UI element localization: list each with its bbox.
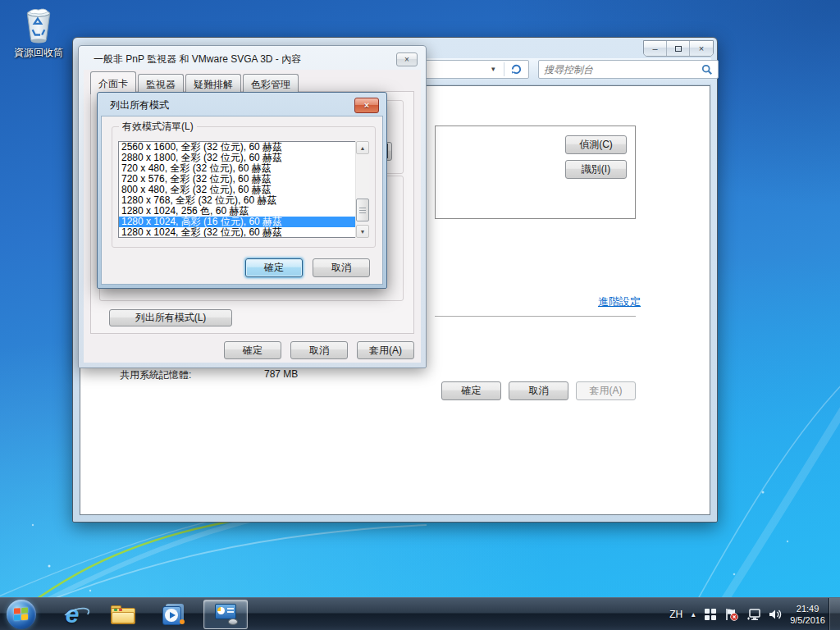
close-icon: × [364, 101, 369, 110]
dialog-cancel-button[interactable]: 取消 [290, 341, 348, 359]
minimize-icon: – [652, 44, 657, 53]
scroll-up-button[interactable]: ▲ [356, 141, 369, 154]
modal-title: 列出所有模式 [110, 98, 169, 112]
shared-memory-label: 共用系統記憶體: [120, 368, 191, 382]
tab-0[interactable]: 介面卡 [90, 71, 136, 94]
shared-memory-value: 787 MB [264, 368, 298, 380]
search-box[interactable] [538, 60, 719, 79]
taskbar-media-player-button[interactable] [159, 600, 189, 628]
dialog-ok-button[interactable]: 確定 [224, 341, 281, 359]
close-button[interactable]: × [690, 41, 713, 56]
minimize-button[interactable]: – [644, 41, 667, 56]
folder-icon [111, 605, 135, 624]
address-caret-icon[interactable]: ▾ [491, 65, 495, 73]
display-settings-icon [213, 604, 238, 625]
list-scrollbar[interactable]: ▲ ▼ [355, 141, 369, 238]
close-icon: × [404, 56, 409, 64]
network-status-icon[interactable] [746, 608, 761, 621]
action-center-icon[interactable] [724, 608, 739, 621]
show-desktop-button[interactable] [829, 598, 840, 630]
dialog-title: 一般非 PnP 監視器 和 VMware SVGA 3D - 內容 [94, 52, 301, 66]
taskbar: e ZH ▲ [0, 597, 840, 630]
search-icon[interactable] [701, 64, 713, 75]
taskbar-active-display-settings-button[interactable] [203, 600, 248, 629]
desktop: 資源回收筒 – × ▾ [0, 0, 840, 630]
tray-date: 9/5/2016 [790, 614, 825, 626]
refresh-button[interactable] [504, 61, 528, 78]
tray-windows-icon[interactable] [704, 608, 717, 621]
scroll-down-button[interactable]: ▼ [356, 225, 369, 238]
windows-logo-icon [14, 607, 29, 621]
panel-cancel-button[interactable]: 取消 [509, 381, 568, 400]
taskbar-explorer-button[interactable] [108, 600, 138, 628]
modes-list[interactable]: 2560 x 1600, 全彩 (32 位元), 60 赫茲2880 x 180… [118, 141, 369, 238]
divider [435, 316, 636, 317]
tray-time: 21:49 [790, 603, 825, 614]
modal-ok-button[interactable]: 確定 [245, 258, 303, 277]
mode-item[interactable]: 1280 x 1024, 全彩 (32 位元), 60 赫茲 [119, 227, 368, 238]
dialog-apply-button[interactable]: 套用(A) [357, 341, 414, 359]
valid-modes-label: 有效模式清單(L) [119, 120, 197, 134]
start-button[interactable] [7, 600, 36, 629]
list-all-modes-dialog: 列出所有模式 × 有效模式清單(L) 2560 x 1600, 全彩 (32 位… [97, 92, 387, 289]
language-indicator[interactable]: ZH [669, 609, 682, 620]
modal-body: 有效模式清單(L) 2560 x 1600, 全彩 (32 位元), 60 赫茲… [101, 116, 383, 285]
maximize-button[interactable] [667, 41, 690, 56]
maximize-icon [675, 46, 682, 52]
search-input[interactable] [544, 62, 692, 77]
internet-explorer-icon: e [66, 600, 80, 628]
modal-close-button[interactable]: × [354, 98, 379, 113]
list-all-modes-button[interactable]: 列出所有模式(L) [109, 309, 232, 326]
tray-expand-button[interactable]: ▲ [690, 611, 696, 619]
dialog-close-button[interactable]: × [396, 52, 418, 66]
scroll-down-icon: ▼ [360, 229, 366, 235]
address-bar[interactable]: ▾ [417, 60, 529, 79]
scrollbar-thumb[interactable] [356, 199, 369, 221]
taskbar-ie-button[interactable]: e [57, 600, 87, 628]
identify-button[interactable]: 識別(I) [565, 160, 627, 179]
advanced-settings-link[interactable]: 進階設定 [598, 294, 641, 309]
scroll-up-icon: ▲ [360, 145, 366, 151]
system-tray: ZH ▲ 21:49 9/5/2 [669, 598, 825, 630]
window-controls: – × [643, 40, 714, 57]
clock[interactable]: 21:49 9/5/2016 [790, 603, 825, 626]
panel-apply-button: 套用(A) [576, 381, 636, 400]
panel-ok-button[interactable]: 確定 [441, 381, 501, 400]
detect-button[interactable]: 偵測(C) [565, 135, 627, 154]
recycle-bin-icon [20, 7, 57, 44]
media-player-icon [162, 604, 185, 625]
recycle-bin-shortcut[interactable]: 資源回收筒 [7, 7, 71, 60]
recycle-bin-label: 資源回收筒 [7, 46, 71, 60]
close-icon: × [699, 44, 704, 53]
refresh-icon [510, 63, 523, 75]
volume-icon[interactable] [769, 608, 783, 621]
modal-cancel-button[interactable]: 取消 [313, 258, 370, 277]
monitor-preview-box: 偵測(C) 識別(I) [435, 126, 636, 219]
